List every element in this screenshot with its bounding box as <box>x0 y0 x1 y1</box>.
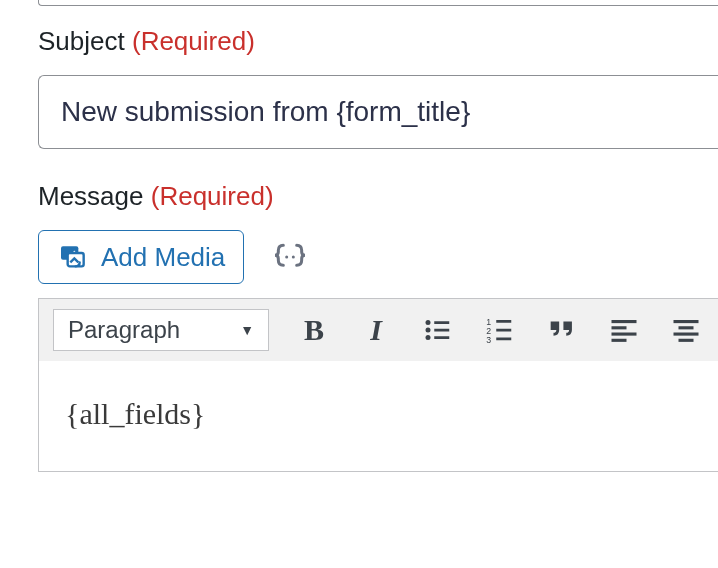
format-selected-label: Paragraph <box>68 316 180 344</box>
format-select[interactable]: Paragraph ▼ <box>53 309 269 351</box>
message-required: (Required) <box>151 181 274 211</box>
editor-container: Paragraph ▼ B I 1 2 3 <box>38 298 718 472</box>
svg-rect-14 <box>496 329 511 332</box>
previous-field-bottom-edge <box>38 0 718 6</box>
svg-rect-22 <box>679 326 694 329</box>
subject-required: (Required) <box>132 26 255 56</box>
message-label: Message (Required) <box>38 181 718 212</box>
svg-point-9 <box>426 335 431 340</box>
svg-rect-24 <box>679 339 694 342</box>
message-editor[interactable]: {all_fields} <box>39 361 718 471</box>
svg-rect-21 <box>674 320 699 323</box>
svg-rect-20 <box>612 339 627 342</box>
svg-point-5 <box>426 320 431 325</box>
svg-rect-18 <box>612 326 627 329</box>
svg-rect-17 <box>612 320 637 323</box>
blockquote-button[interactable] <box>545 313 579 347</box>
editor-toolbar: Paragraph ▼ B I 1 2 3 <box>39 299 718 361</box>
add-media-button[interactable]: Add Media <box>38 230 244 284</box>
svg-rect-12 <box>496 320 511 323</box>
subject-label: Subject (Required) <box>38 26 718 57</box>
italic-button[interactable]: I <box>359 313 393 347</box>
svg-rect-23 <box>674 333 699 336</box>
svg-rect-16 <box>496 338 511 341</box>
align-center-button[interactable] <box>669 313 703 347</box>
svg-point-4 <box>292 256 295 259</box>
subject-input[interactable] <box>38 75 718 149</box>
media-icon <box>57 241 89 273</box>
svg-rect-6 <box>434 321 449 324</box>
subject-label-text: Subject <box>38 26 125 56</box>
bullet-list-button[interactable] <box>421 313 455 347</box>
chevron-down-icon: ▼ <box>240 322 254 338</box>
svg-point-7 <box>426 328 431 333</box>
align-left-button[interactable] <box>607 313 641 347</box>
merge-tag-button[interactable] <box>270 237 310 277</box>
add-media-label: Add Media <box>101 242 225 273</box>
numbered-list-button[interactable]: 1 2 3 <box>483 313 517 347</box>
message-label-text: Message <box>38 181 144 211</box>
bold-button[interactable]: B <box>297 313 331 347</box>
svg-text:3: 3 <box>486 335 491 345</box>
svg-rect-10 <box>434 336 449 339</box>
svg-rect-8 <box>434 329 449 332</box>
svg-rect-19 <box>612 333 637 336</box>
message-button-row: Add Media <box>38 230 718 284</box>
svg-point-3 <box>285 256 288 259</box>
